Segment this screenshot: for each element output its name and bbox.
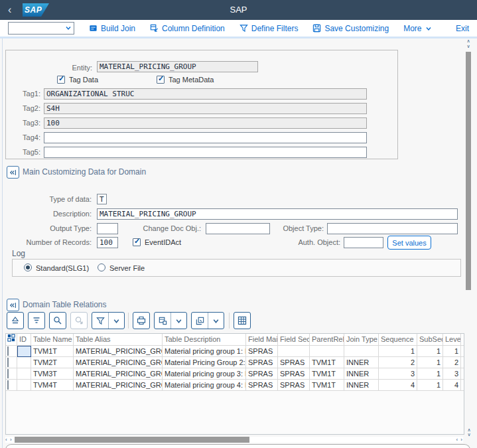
cell-join-type[interactable]: INNER [344,380,379,391]
scroll-down-icon[interactable]: ∨ [465,432,473,437]
row-checkbox[interactable] [7,369,9,378]
set-filter-menu-button[interactable] [92,312,125,329]
tag5-field[interactable] [44,147,367,158]
tag4-field[interactable] [44,132,367,143]
cell-parentrel[interactable]: TVM1T [310,357,344,368]
column-header-parentrel[interactable]: ParentRel [310,334,344,346]
more-button[interactable]: More [403,24,431,33]
cell-table-name[interactable]: TVM4T [31,380,74,391]
cell-id[interactable] [17,346,31,357]
cell-sequence[interactable]: 3 [379,368,417,380]
cell-table-description[interactable]: Material pricing group 1: D... [163,346,246,357]
column-header-field-sec[interactable]: Field Sec. [278,334,310,346]
cell-field-main[interactable]: SPRAS [246,380,278,391]
eventidact-checkbox[interactable] [133,238,141,246]
cell-table-name[interactable]: TVM2T [31,357,74,368]
cell-table-description[interactable]: Material pricing group 4: D... [163,380,246,391]
scroll-down-icon[interactable]: ∨ [464,44,472,49]
row-checkbox[interactable] [7,346,9,356]
tag-metadata-checkbox[interactable] [157,76,165,84]
collapse-group-icon[interactable] [7,166,19,179]
cell-table-name[interactable]: TVM3T [31,368,74,380]
tag1-field[interactable]: ORGANIZATIONAL STRUC [44,88,367,100]
vertical-scrollbar-thumb[interactable] [466,52,471,290]
row-checkbox[interactable] [7,380,9,390]
tag3-field[interactable]: 100 [44,117,367,129]
tag2-field[interactable]: S4H [44,103,367,114]
select-all-button[interactable] [6,334,17,346]
description-field[interactable]: MATERIAL_PRICING_GROUP [97,208,458,220]
cell-table-name[interactable]: TVM1T [31,346,74,357]
cell-field-main[interactable]: SPRAS [246,357,278,368]
save-customizing-button[interactable]: Save Customizing [312,24,389,33]
cell-parentrel[interactable]: TVM1T [310,380,344,391]
type-of-data-field[interactable]: T [97,194,107,204]
cell-sequence[interactable]: 1 [379,346,417,357]
cell-join-type[interactable] [344,346,379,357]
column-header-field-main[interactable]: Field Main [246,334,278,346]
cell-field-sec[interactable]: SPRAS [278,380,310,391]
horizontal-scrollbar-thumb[interactable] [15,437,249,443]
column-header-join-type[interactable]: Join Type [344,334,379,346]
exit-button[interactable]: Exit [456,24,469,33]
cell-table-alias[interactable]: MATERIAL_PRICING_GROUP... [74,368,163,380]
cell-join-type[interactable]: INNER [344,368,379,380]
output-type-field[interactable] [97,223,118,234]
cell-field-sec[interactable]: SPRAS [278,357,310,368]
cell-field-sec[interactable] [278,346,310,357]
cell-level[interactable]: 2 [443,357,461,368]
cell-id[interactable] [17,380,31,391]
column-header-table-name[interactable]: Table Name [31,334,74,346]
cell-subseq[interactable]: 1 [417,346,443,357]
print-button[interactable] [133,312,150,329]
export-menu-button[interactable] [154,312,187,329]
column-header-level[interactable]: Level [443,334,461,346]
column-header-sequence[interactable]: Sequence [379,334,417,346]
cell-sequence[interactable]: 2 [379,357,417,368]
find-button[interactable] [49,312,66,329]
build-join-button[interactable]: Build Join [89,24,135,33]
cell-level[interactable]: 3 [443,368,461,380]
vertical-scrollbar-arrows[interactable]: ∧∨ [464,38,472,50]
cell-join-type[interactable]: INNER [344,357,379,368]
cell-table-alias[interactable]: MATERIAL_PRICING_GROUP... [74,380,163,391]
sort-ascending-button[interactable] [7,312,24,329]
change-doc-obj-field[interactable] [206,223,270,234]
table-settings-button[interactable] [234,312,251,329]
define-filters-button[interactable]: Define Filters [239,24,299,33]
find-next-button[interactable] [70,312,88,329]
object-type-field[interactable] [327,223,458,234]
cell-subseq[interactable]: 1 [417,357,443,368]
cell-sequence[interactable]: 4 [379,380,417,391]
cell-field-main[interactable]: SPRAS [246,346,278,357]
cell-table-description[interactable]: Material pricing group 3: D... [163,368,246,380]
cell-table-alias[interactable]: MATERIAL_PRICING_GROUP... [74,357,163,368]
collapse-group-icon[interactable] [7,299,19,311]
log-standard-radio[interactable] [24,263,32,271]
column-header-table-alias[interactable]: Table Alias [74,334,163,346]
cell-parentrel[interactable] [310,346,344,357]
column-header-id[interactable]: ID [17,334,31,346]
layout-combobox[interactable] [8,22,74,35]
table-scroll-arrows[interactable]: ∧∨ [465,427,473,437]
sort-descending-button[interactable] [28,312,45,329]
column-header-table-description[interactable]: Table Description [163,334,246,346]
set-values-button[interactable]: Set values [387,236,431,250]
cell-level[interactable]: 4 [443,380,461,391]
cell-level[interactable]: 1 [443,346,461,357]
tag-data-checkbox[interactable] [57,76,65,84]
cell-field-main[interactable]: SPRAS [246,368,278,380]
cell-id[interactable] [17,357,31,368]
row-checkbox[interactable] [7,358,9,367]
scroll-up-icon[interactable]: ∧ [465,427,473,432]
number-of-records-field[interactable]: 100 [97,237,118,248]
entity-field[interactable]: MATERIAL_PRICING_GROUP [97,61,258,72]
cell-parentrel[interactable]: TVM1T [310,368,344,380]
cell-table-description[interactable]: Material Pricing Group 2: D... [163,357,246,368]
log-server-file-radio[interactable] [98,263,105,271]
cell-id[interactable] [17,368,31,380]
cell-subseq[interactable]: 1 [417,380,443,391]
scroll-left-right-icons[interactable]: ‹ › [5,437,13,443]
scroll-up-icon[interactable]: ∧ [464,38,472,44]
cell-table-alias[interactable]: MATERIAL_PRICING_GROUP... [74,346,163,357]
